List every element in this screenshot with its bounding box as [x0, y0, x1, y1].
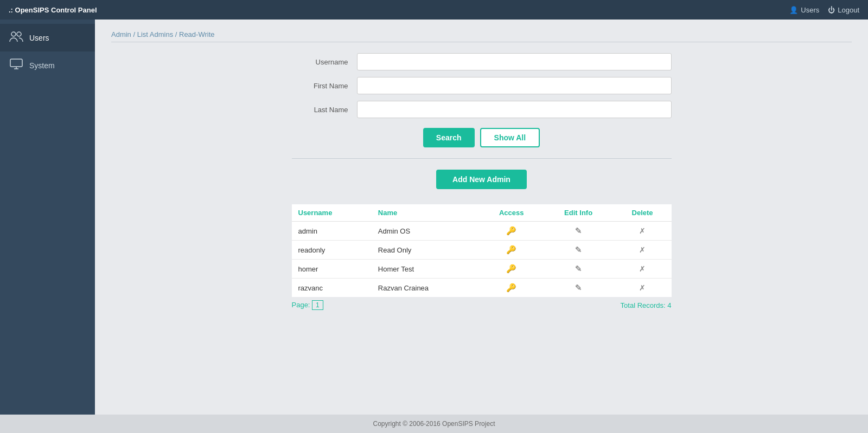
add-admin-container: Add New Admin: [111, 170, 852, 189]
cell-username: razvanc: [292, 279, 372, 298]
users-nav-label: Users: [801, 6, 819, 14]
sidebar: Users System: [0, 20, 95, 415]
search-button[interactable]: Search: [423, 128, 475, 147]
footer: Copyright © 2006-2016 OpenSIPS Project: [0, 415, 868, 433]
svg-rect-2: [10, 59, 22, 67]
cell-access: 🔑: [480, 279, 544, 298]
username-input[interactable]: [357, 53, 672, 70]
col-access: Access: [480, 204, 544, 222]
cell-access: 🔑: [480, 260, 544, 279]
pagination-info: Page: 1: [292, 300, 323, 310]
cell-access: 🔑: [480, 241, 544, 260]
firstname-row: First Name: [292, 77, 672, 94]
copyright: Copyright © 2006-2016 OpenSIPS Project: [373, 420, 495, 428]
admins-table: Username Name Access Edit Info Delete ad…: [292, 204, 672, 297]
col-delete: Delete: [614, 204, 672, 222]
access-icon[interactable]: 🔑: [506, 245, 516, 254]
delete-icon[interactable]: ✗: [639, 283, 646, 292]
form-buttons: Search Show All: [292, 128, 672, 147]
cell-delete: ✗: [614, 279, 672, 298]
access-icon[interactable]: 🔑: [506, 226, 516, 235]
edit-icon[interactable]: ✎: [575, 283, 582, 292]
cell-username: admin: [292, 222, 372, 241]
username-row: Username: [292, 53, 672, 70]
main-content: Admin / List Admins / Read-Write Usernam…: [95, 20, 868, 415]
cell-access: 🔑: [480, 222, 544, 241]
sidebar-system-label: System: [29, 61, 55, 70]
table-row: razvanc Razvan Crainea 🔑 ✎ ✗: [292, 279, 672, 298]
users-icon: [9, 30, 24, 45]
cell-name: Homer Test: [372, 260, 480, 279]
table-container: Username Name Access Edit Info Delete ad…: [292, 204, 672, 310]
table-row: readonly Read Only 🔑 ✎ ✗: [292, 241, 672, 260]
lastname-input[interactable]: [357, 101, 672, 118]
layout: Users System Admin / List Admins / Read-…: [0, 20, 868, 415]
cell-name: Read Only: [372, 241, 480, 260]
logout-nav-button[interactable]: ⏻ Logout: [828, 6, 859, 14]
section-divider: [292, 158, 672, 159]
cell-username: readonly: [292, 241, 372, 260]
col-edit-info: Edit Info: [544, 204, 614, 222]
svg-point-0: [11, 32, 16, 36]
logout-label: Logout: [838, 6, 859, 14]
users-nav-button[interactable]: 👤 Users: [789, 6, 819, 14]
cell-edit: ✎: [544, 279, 614, 298]
cell-name: Razvan Crainea: [372, 279, 480, 298]
add-new-admin-button[interactable]: Add New Admin: [436, 170, 527, 189]
total-records: Total Records: 4: [621, 301, 672, 309]
page-number[interactable]: 1: [312, 300, 323, 310]
lastname-label: Last Name: [292, 106, 357, 114]
delete-icon[interactable]: ✗: [639, 264, 646, 273]
cell-delete: ✗: [614, 260, 672, 279]
edit-icon[interactable]: ✎: [575, 245, 582, 254]
cell-edit: ✎: [544, 222, 614, 241]
edit-icon[interactable]: ✎: [575, 226, 582, 235]
access-icon[interactable]: 🔑: [506, 283, 516, 292]
users-nav-icon: 👤: [789, 6, 798, 14]
firstname-label: First Name: [292, 82, 357, 90]
sidebar-item-system[interactable]: System: [0, 51, 95, 79]
app-title: .: OpenSIPS Control Panel: [9, 6, 97, 14]
cell-edit: ✎: [544, 241, 614, 260]
cell-name: Admin OS: [372, 222, 480, 241]
delete-icon[interactable]: ✗: [639, 245, 646, 254]
logout-icon: ⏻: [828, 6, 835, 14]
cell-delete: ✗: [614, 222, 672, 241]
table-footer: Page: 1 Total Records: 4: [292, 300, 672, 310]
breadcrumb: Admin / List Admins / Read-Write: [111, 30, 852, 38]
cell-delete: ✗: [614, 241, 672, 260]
firstname-input[interactable]: [357, 77, 672, 94]
edit-icon[interactable]: ✎: [575, 264, 582, 273]
table-header-row: Username Name Access Edit Info Delete: [292, 204, 672, 222]
page-label: Page:: [292, 301, 310, 309]
delete-icon[interactable]: ✗: [639, 227, 646, 235]
sidebar-users-label: Users: [29, 34, 49, 42]
access-icon[interactable]: 🔑: [506, 264, 516, 273]
table-row: homer Homer Test 🔑 ✎ ✗: [292, 260, 672, 279]
sidebar-item-users[interactable]: Users: [0, 24, 95, 51]
table-row: admin Admin OS 🔑 ✎ ✗: [292, 222, 672, 241]
lastname-row: Last Name: [292, 101, 672, 118]
search-form: Username First Name Last Name Search Sho…: [292, 53, 672, 147]
system-icon: [9, 58, 24, 73]
cell-edit: ✎: [544, 260, 614, 279]
col-username: Username: [292, 204, 372, 222]
top-nav-right: 👤 Users ⏻ Logout: [789, 6, 859, 14]
breadcrumb-divider: [111, 42, 852, 42]
top-nav: .: OpenSIPS Control Panel 👤 Users ⏻ Logo…: [0, 0, 868, 20]
show-all-button[interactable]: Show All: [480, 128, 540, 147]
svg-point-1: [17, 32, 21, 36]
username-label: Username: [292, 58, 357, 66]
cell-username: homer: [292, 260, 372, 279]
col-name: Name: [372, 204, 480, 222]
